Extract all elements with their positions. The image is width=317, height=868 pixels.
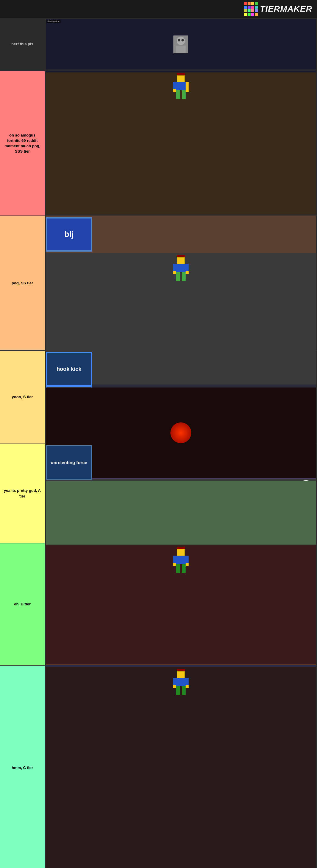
list-item: blj xyxy=(46,217,92,252)
tier-content-b: POSTER xyxy=(45,544,317,665)
list-item: unrelenting force xyxy=(46,445,92,479)
tier-row-c: hmm, C tier ignis xyxy=(0,665,317,868)
tier-label-nerf: nerf this pls xyxy=(0,18,45,71)
tier-label-ss: pog, SS tier xyxy=(0,216,45,350)
tier-content-sss xyxy=(45,71,317,216)
tier-label-sss: oh so amogus fortnite 69 reddit moment m… xyxy=(0,71,45,216)
tiermaker-logo: TiERMAKER xyxy=(244,2,312,16)
header: TiERMAKER xyxy=(0,0,317,18)
tier-label-b: eh, B tier xyxy=(0,544,45,665)
savitar-label: SavitarVibe xyxy=(46,20,61,23)
list-item xyxy=(46,72,316,214)
logo-grid xyxy=(244,2,258,16)
list-item xyxy=(46,545,316,664)
list-item: hook kick xyxy=(46,352,92,386)
tier-label-s: yooo, S tier xyxy=(0,351,45,443)
tier-row-b: eh, B tier xyxy=(0,544,317,665)
tier-content-c: ignis xyxy=(45,665,317,868)
tier-content-nerf: SavitarVibe xyxy=(45,18,317,71)
hookkick-text: hook kick xyxy=(57,366,81,373)
tier-label-c: hmm, C tier xyxy=(0,665,45,868)
list-item xyxy=(46,667,316,868)
logo-title: TiERMAKER xyxy=(260,4,312,14)
tier-row-sss: oh so amogus fortnite 69 reddit moment m… xyxy=(0,71,317,216)
list-item: SavitarVibe xyxy=(46,19,316,69)
tier-row-nerf: nerf this pls SavitarVibe xyxy=(0,18,317,71)
tier-label-a: yea its pretty gud, A tier xyxy=(0,444,45,543)
unrelenting-text: unrelenting force xyxy=(51,460,87,466)
blj-text: blj xyxy=(64,229,74,240)
